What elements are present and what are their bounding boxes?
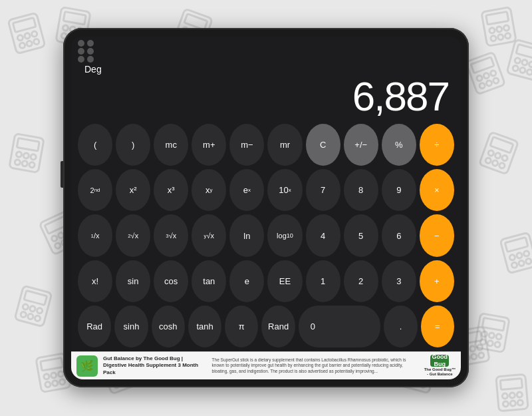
nine-button[interactable]: 9 (382, 169, 416, 211)
top-bar (71, 36, 461, 64)
add-button[interactable]: + (420, 260, 454, 302)
svg-point-111 (494, 341, 500, 347)
svg-rect-96 (500, 232, 532, 274)
svg-point-35 (496, 26, 502, 32)
m-minus-button[interactable]: m− (229, 124, 264, 166)
svg-rect-33 (486, 12, 509, 25)
factorial-button[interactable]: x! (78, 260, 112, 302)
ad-brand: Good Bug The Good Bug™- Gut Balance (424, 355, 456, 377)
svg-point-55 (493, 77, 499, 84)
calculator-body: ( ) mc m+ m− mr C +/− % ÷ 2nd x² x³ xy e… (71, 120, 461, 351)
win-btn-close[interactable] (78, 40, 84, 47)
svg-point-6 (26, 41, 33, 47)
svg-rect-73 (24, 291, 47, 306)
percent-button[interactable]: % (382, 124, 416, 166)
svg-point-66 (51, 235, 58, 242)
win-btn-3b[interactable] (87, 56, 94, 63)
svg-point-91 (495, 152, 501, 159)
zero-button[interactable]: 0 (299, 306, 381, 347)
svg-rect-72 (15, 286, 52, 327)
five-button[interactable]: 5 (344, 214, 378, 256)
two-button[interactable]: 2 (344, 260, 378, 302)
one-button[interactable]: 1 (306, 260, 340, 302)
e-x-button[interactable]: ex (229, 169, 264, 211)
sqrt3-button[interactable]: 3√x (154, 214, 188, 256)
ad-icon: 🌿 (76, 355, 98, 377)
ad-bar: 🌿 Gut Balance by The Good Bug | Digestiv… (71, 351, 461, 379)
svg-point-90 (487, 150, 494, 156)
svg-point-62 (22, 160, 28, 166)
svg-point-42 (514, 57, 521, 64)
m-plus-button[interactable]: m+ (192, 124, 226, 166)
decimal-button[interactable]: . (384, 306, 417, 347)
svg-point-59 (23, 152, 29, 158)
svg-point-103 (525, 258, 532, 265)
screen: Deg 6,887 ( ) mc m+ m− mr C +/− % ÷ 2nd … (71, 36, 461, 379)
svg-point-34 (489, 27, 495, 33)
seven-button[interactable]: 7 (306, 169, 340, 211)
tan-button[interactable]: tan (192, 260, 226, 302)
svg-point-37 (490, 35, 496, 41)
sqrt-y-button[interactable]: y√x (192, 214, 226, 256)
sinh-button[interactable]: sinh (114, 306, 148, 347)
svg-point-142 (471, 353, 477, 359)
svg-point-93 (485, 157, 491, 164)
tanh-button[interactable]: tanh (188, 306, 221, 347)
cosh-button[interactable]: cosh (152, 306, 185, 347)
x-cubed-button[interactable]: x³ (154, 169, 188, 211)
win-btn-minimize[interactable] (87, 40, 94, 47)
svg-point-77 (20, 312, 27, 318)
cos-button[interactable]: cos (154, 260, 188, 302)
eight-button[interactable]: 8 (344, 169, 378, 211)
svg-point-102 (518, 260, 525, 267)
second-button[interactable]: 2nd (78, 169, 112, 211)
equals-button[interactable]: = (421, 306, 454, 347)
ee-button[interactable]: EE (267, 260, 302, 302)
one-over-x-button[interactable]: 1/x (78, 214, 112, 256)
subtract-button[interactable]: − (420, 214, 454, 256)
ln-button[interactable]: ln (229, 214, 264, 256)
rad-button[interactable]: Rad (78, 306, 111, 347)
clear-button[interactable]: C (306, 124, 340, 166)
svg-point-44 (529, 61, 532, 68)
svg-rect-81 (41, 358, 63, 371)
x-y-button[interactable]: xy (192, 169, 226, 211)
mr-button[interactable]: mr (267, 124, 302, 166)
ten-x-button[interactable]: 10x (267, 169, 302, 211)
win-btn-3a[interactable] (78, 56, 84, 63)
x-squared-button[interactable]: x² (116, 169, 150, 211)
svg-rect-41 (516, 45, 532, 59)
log10-button[interactable]: log10 (267, 214, 302, 256)
svg-rect-9 (63, 12, 86, 25)
close-paren-button[interactable]: ) (116, 124, 150, 166)
sin-button[interactable]: sin (116, 260, 150, 302)
win-btn-2b[interactable] (87, 48, 94, 55)
pi-button[interactable]: π (225, 306, 258, 347)
svg-point-47 (527, 69, 532, 75)
multiply-button[interactable]: × (420, 169, 454, 211)
svg-point-109 (480, 339, 486, 345)
rand-button[interactable]: Rand (261, 306, 295, 347)
divide-button[interactable]: ÷ (420, 124, 454, 166)
svg-point-139 (469, 345, 475, 351)
four-button[interactable]: 4 (306, 214, 340, 256)
mc-button[interactable]: mc (154, 124, 188, 166)
svg-point-36 (503, 25, 509, 31)
svg-point-99 (516, 252, 523, 259)
svg-point-53 (479, 83, 485, 89)
svg-point-4 (31, 31, 38, 37)
six-button[interactable]: 6 (382, 214, 416, 256)
plus-minus-button[interactable]: +/− (344, 124, 378, 166)
svg-point-58 (16, 151, 22, 157)
open-paren-button[interactable]: ( (78, 124, 112, 166)
three-button[interactable]: 3 (382, 260, 416, 302)
svg-rect-105 (482, 318, 505, 331)
win-btn-2a[interactable] (78, 48, 84, 55)
sqrt2-button[interactable]: 2√x (116, 214, 150, 256)
svg-point-2 (17, 35, 24, 41)
svg-point-115 (509, 393, 515, 399)
svg-point-85 (45, 381, 51, 387)
ad-main-text: Gut Balance by The Good Bug | Digestive … (103, 355, 207, 376)
svg-point-43 (521, 59, 528, 66)
e-button[interactable]: e (229, 260, 264, 302)
